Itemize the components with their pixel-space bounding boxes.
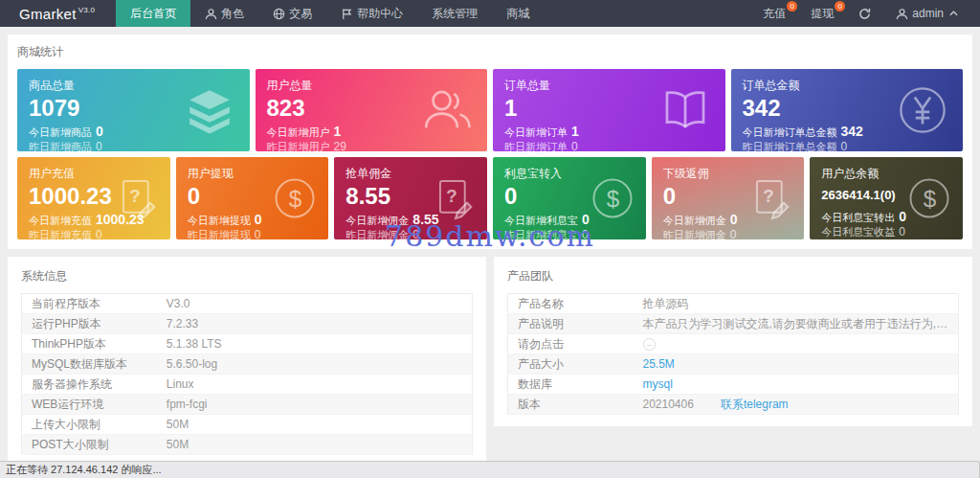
system-info-row: ThinkPHP版本5.1.38 LTS [22, 334, 473, 354]
system-info-row-label: ThinkPHP版本 [22, 334, 157, 354]
product-team-title: 产品团队 [507, 268, 959, 285]
nav-item-label: 交易 [289, 6, 312, 22]
refresh-icon [858, 8, 871, 20]
nav-item-trade[interactable]: 交易 [258, 0, 326, 27]
stats-title: 商城统计 [17, 44, 963, 60]
product-team-panel: 产品团队 产品名称抢单源码产品说明本产品只为学习测试交流,请勿要做商业或者用于违… [494, 257, 972, 426]
product-team-row-value: 20210406联系telegram [634, 395, 959, 415]
product-team-value-text: 本产品只为学习测试交流,请勿要做商业或者用于违法行为,一切后果自负 [643, 317, 959, 330]
system-info-row: 服务器操作系统Linux [22, 375, 473, 395]
nav-item-label: 角色 [221, 6, 244, 22]
product-team-link[interactable]: 25.5M [643, 357, 675, 371]
yen-circle-icon [895, 82, 950, 138]
product-team-row-value: 抢单源码 [634, 294, 959, 314]
stat-card-withdraw: 用户提现0今日新增提现0昨日新增提现0$ [176, 157, 329, 239]
globe-icon [273, 8, 285, 20]
stats-row-2: 用户充值1000.23今日新增充值1000.23昨日新增充值0?用户提现0今日新… [17, 157, 963, 239]
bottom-panels: 系统信息 当前程序版本V3.0运行PHP版本7.2.33ThinkPHP版本5.… [8, 257, 972, 467]
system-info-row-label: 运行PHP版本 [22, 314, 157, 334]
system-info-row-value: 7.2.33 [157, 314, 473, 334]
layers-icon [182, 82, 237, 138]
system-info-table: 当前程序版本V3.0运行PHP版本7.2.33ThinkPHP版本5.1.38 … [21, 293, 473, 455]
nav-item-mall[interactable]: 商城 [492, 0, 544, 27]
system-info-row-label: MySQL数据库版本 [22, 354, 157, 375]
product-team-row: 请勿点击 [508, 334, 959, 354]
product-team-value-text: 抢单源码 [643, 297, 689, 310]
system-info-row-value: Linux [157, 375, 473, 395]
product-team-row-value [634, 334, 959, 354]
product-team-row-label: 产品大小 [508, 354, 634, 375]
svg-text:$: $ [289, 186, 302, 212]
stat-card-sub-rebate: 下级返佣0今日新增佣金0昨日新增佣金0? [652, 157, 805, 239]
svg-text:?: ? [129, 186, 140, 206]
svg-text:?: ? [764, 186, 774, 206]
refresh-button[interactable] [846, 0, 883, 27]
top-navbar: Gmarket V3.0 后台首页角色交易帮助中心系统管理商城 充值 0 提现 … [0, 0, 980, 27]
product-team-telegram-link[interactable]: 联系telegram [721, 398, 789, 411]
stat-card-yesterday-line: 昨日新增利息宝0 [504, 228, 635, 239]
product-team-row-label: 数据库 [508, 375, 634, 395]
admin-menu[interactable]: admin [883, 0, 970, 27]
stat-card-order-amount: 订单总金额342今日新增订单总金额342昨日新增订单总金额0 [731, 69, 964, 151]
system-info-row: 当前程序版本V3.0 [22, 294, 473, 314]
recharge-button[interactable]: 充值 0 [750, 0, 798, 27]
stat-card-interest-in: 利息宝转入0今日新增利息宝0昨日新增利息宝0$ [493, 157, 646, 239]
nav-item-label: 商城 [506, 6, 529, 22]
system-info-value-text: 5.6.50-log [167, 357, 217, 371]
logo-text: Gmarket [19, 6, 77, 22]
system-info-title: 系统信息 [21, 268, 473, 285]
system-info-row: POST大小限制50M [22, 435, 473, 455]
app-logo[interactable]: Gmarket V3.0 [0, 0, 116, 27]
browser-status-bar: 正在等待 27.124.46.142 的响应... [0, 461, 980, 478]
stat-card-orders: 订单总量1今日新增订单1昨日新增订单0 [493, 69, 725, 151]
stat-card-yesterday-line: 昨日新增佣金0 [345, 228, 476, 239]
nav-item-home[interactable]: 后台首页 [116, 0, 190, 27]
product-team-row: 版本20210406联系telegram [508, 395, 959, 415]
system-info-value-text: fpm-fcgi [167, 398, 208, 411]
product-team-table: 产品名称抢单源码产品说明本产品只为学习测试交流,请勿要做商业或者用于违法行为,一… [507, 293, 959, 415]
stats-row-1: 商品总量1079今日新增商品0昨日新增商品0用户总量823今日新增用户1昨日新增… [17, 69, 963, 151]
withdraw-button[interactable]: 提现 0 [798, 0, 846, 27]
stat-card-recharge: 用户充值1000.23今日新增充值1000.23昨日新增充值0? [17, 157, 170, 239]
nav-item-help[interactable]: 帮助中心 [326, 0, 417, 27]
recharge-label: 充值 [763, 6, 786, 22]
users-icon [419, 82, 475, 138]
nav-right: 充值 0 提现 0 admin [750, 0, 980, 27]
user-icon [205, 8, 217, 20]
system-info-row-value: 50M [157, 415, 473, 435]
system-info-value-text: V3.0 [167, 297, 190, 310]
system-info-row-label: 上传大小限制 [22, 415, 157, 435]
user-icon [896, 8, 908, 20]
system-info-row: 运行PHP版本7.2.33 [22, 314, 473, 334]
nav-item-roles[interactable]: 角色 [190, 0, 258, 27]
flag-icon [341, 8, 353, 20]
product-team-row-label: 产品说明 [508, 314, 634, 334]
stat-card-yesterday-line: 昨日新增用户29 [267, 140, 477, 151]
stats-panel: 商城统计 商品总量1079今日新增商品0昨日新增商品0用户总量823今日新增用户… [8, 34, 972, 249]
svg-text:?: ? [446, 186, 457, 206]
stat-card-products: 商品总量1079今日新增商品0昨日新增商品0 [17, 69, 250, 151]
stat-card-users: 用户总量823今日新增用户1昨日新增用户29 [256, 69, 488, 151]
product-team-link[interactable]: mysql [643, 377, 673, 391]
system-info-row-value: V3.0 [157, 294, 473, 314]
system-info-row-value: 5.1.38 LTS [157, 334, 473, 354]
doc-question-icon: ? [113, 174, 161, 222]
stat-card-yesterday-line: 昨日新增充值0 [29, 228, 159, 239]
book-icon [657, 82, 713, 138]
stat-card-yesterday-line: 昨日新增提现0 [188, 228, 318, 239]
dollar-circle-icon: $ [271, 174, 319, 222]
product-team-row: 产品大小25.5M [508, 354, 959, 375]
system-info-row-value: fpm-fcgi [157, 395, 473, 415]
product-team-value-text: 20210406 [643, 398, 694, 411]
nav-item-system[interactable]: 系统管理 [417, 0, 492, 27]
product-team-row-value: 25.5M [634, 354, 959, 375]
stat-card-yesterday-line: 昨日新增商品0 [29, 140, 238, 151]
system-info-value-text: Linux [167, 377, 194, 391]
chevron-up-icon [949, 11, 958, 16]
product-team-row-value: 本产品只为学习测试交流,请勿要做商业或者用于违法行为,一切后果自负 [634, 314, 959, 334]
product-team-row: 数据库mysql [508, 375, 959, 395]
product-team-row-value: mysql [634, 375, 959, 395]
nav-item-label: 后台首页 [130, 6, 176, 22]
logo-version: V3.0 [78, 6, 96, 14]
system-info-row: MySQL数据库版本5.6.50-log [22, 354, 473, 375]
